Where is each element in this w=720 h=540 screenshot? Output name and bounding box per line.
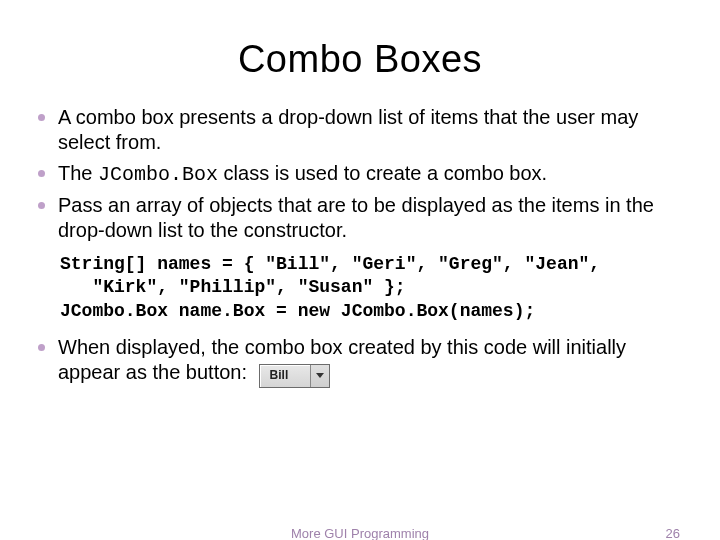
combo-box-illustration: Bill bbox=[259, 360, 330, 388]
bullet-icon bbox=[38, 114, 45, 121]
bullet-list: When displayed, the combo box created by… bbox=[36, 335, 684, 388]
combo-box[interactable]: Bill bbox=[259, 364, 330, 388]
combo-value: Bill bbox=[260, 365, 310, 387]
svg-marker-0 bbox=[316, 373, 324, 378]
footer-text: More GUI Programming bbox=[291, 526, 429, 540]
page-number: 26 bbox=[666, 526, 680, 540]
bullet-icon bbox=[38, 202, 45, 209]
bullet-item: Pass an array of objects that are to be … bbox=[36, 193, 684, 243]
bullet-icon bbox=[38, 344, 45, 351]
inline-code: JCombo.Box bbox=[98, 163, 218, 186]
slide-title: Combo Boxes bbox=[36, 38, 684, 81]
bullet-text: When displayed, the combo box created by… bbox=[58, 336, 626, 383]
slide: Combo Boxes A combo box presents a drop-… bbox=[0, 0, 720, 540]
bullet-item: When displayed, the combo box created by… bbox=[36, 335, 684, 388]
code-block: String[] names = { "Bill", "Geri", "Greg… bbox=[60, 253, 684, 323]
bullet-text: Pass an array of objects that are to be … bbox=[58, 194, 654, 241]
bullet-icon bbox=[38, 170, 45, 177]
bullet-text-pre: The bbox=[58, 162, 98, 184]
bullet-text-post: class is used to create a combo box. bbox=[218, 162, 547, 184]
bullet-item: A combo box presents a drop-down list of… bbox=[36, 105, 684, 155]
bullet-text: A combo box presents a drop-down list of… bbox=[58, 106, 638, 153]
chevron-down-icon[interactable] bbox=[310, 365, 329, 387]
bullet-item: The JCombo.Box class is used to create a… bbox=[36, 161, 684, 187]
bullet-list: A combo box presents a drop-down list of… bbox=[36, 105, 684, 243]
